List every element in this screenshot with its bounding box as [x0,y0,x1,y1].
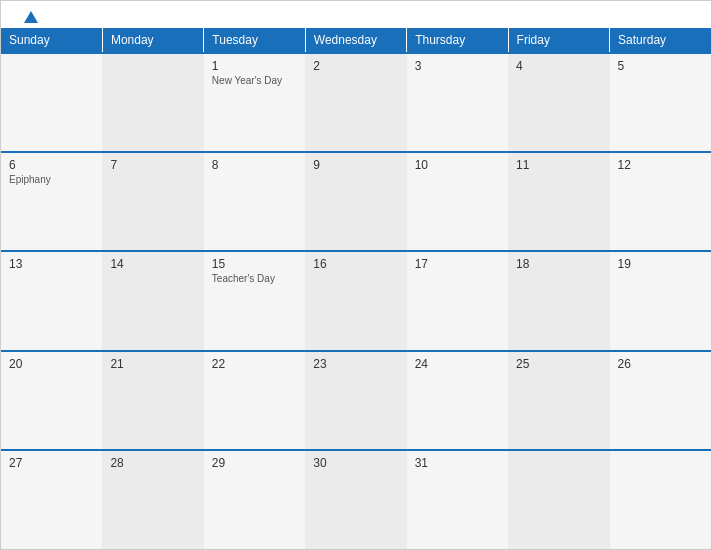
day-number: 17 [415,257,500,271]
day-number: 20 [9,357,94,371]
day-number: 31 [415,456,500,470]
day-number: 11 [516,158,601,172]
day-cell: 9 [305,152,406,251]
logo-triangle-icon [24,11,38,23]
day-cell: 4 [508,53,609,152]
day-number: 23 [313,357,398,371]
day-number: 26 [618,357,703,371]
day-cell [102,53,203,152]
day-cell: 6Epiphany [1,152,102,251]
calendar-header [1,1,711,28]
week-row-2: 6Epiphany789101112 [1,152,711,251]
day-number: 19 [618,257,703,271]
header-monday: Monday [102,28,203,53]
day-number: 27 [9,456,94,470]
day-number: 21 [110,357,195,371]
day-cell: 26 [610,351,711,450]
day-cell: 24 [407,351,508,450]
day-number: 10 [415,158,500,172]
day-cell: 7 [102,152,203,251]
event-label: Teacher's Day [212,273,297,284]
day-cell: 2 [305,53,406,152]
header-tuesday: Tuesday [204,28,305,53]
day-cell: 8 [204,152,305,251]
day-cell: 12 [610,152,711,251]
calendar-body: 1New Year's Day23456Epiphany789101112131… [1,53,711,549]
day-cell: 1New Year's Day [204,53,305,152]
calendar-table: Sunday Monday Tuesday Wednesday Thursday… [1,28,711,549]
day-number: 25 [516,357,601,371]
header-thursday: Thursday [407,28,508,53]
weekday-header-row: Sunday Monday Tuesday Wednesday Thursday… [1,28,711,53]
day-cell: 22 [204,351,305,450]
day-number: 12 [618,158,703,172]
header-saturday: Saturday [610,28,711,53]
day-number: 15 [212,257,297,271]
day-cell: 29 [204,450,305,549]
day-number: 13 [9,257,94,271]
day-number: 2 [313,59,398,73]
day-number: 29 [212,456,297,470]
day-cell: 5 [610,53,711,152]
day-number: 9 [313,158,398,172]
day-number: 4 [516,59,601,73]
day-cell: 21 [102,351,203,450]
day-cell: 27 [1,450,102,549]
day-cell: 15Teacher's Day [204,251,305,350]
day-cell: 16 [305,251,406,350]
day-cell: 13 [1,251,102,350]
day-cell [1,53,102,152]
day-cell [610,450,711,549]
day-cell: 10 [407,152,508,251]
day-cell: 17 [407,251,508,350]
day-number: 3 [415,59,500,73]
week-row-4: 20212223242526 [1,351,711,450]
calendar-container: Sunday Monday Tuesday Wednesday Thursday… [0,0,712,550]
week-row-1: 1New Year's Day2345 [1,53,711,152]
day-number: 7 [110,158,195,172]
event-label: Epiphany [9,174,94,185]
day-number: 16 [313,257,398,271]
day-number: 5 [618,59,703,73]
header-wednesday: Wednesday [305,28,406,53]
week-row-5: 2728293031 [1,450,711,549]
day-number: 14 [110,257,195,271]
day-cell: 20 [1,351,102,450]
day-number: 30 [313,456,398,470]
day-number: 1 [212,59,297,73]
day-cell [508,450,609,549]
week-row-3: 131415Teacher's Day16171819 [1,251,711,350]
header-friday: Friday [508,28,609,53]
day-number: 8 [212,158,297,172]
logo [21,11,38,23]
day-cell: 23 [305,351,406,450]
day-number: 22 [212,357,297,371]
day-cell: 30 [305,450,406,549]
event-label: New Year's Day [212,75,297,86]
day-cell: 31 [407,450,508,549]
day-cell: 28 [102,450,203,549]
day-number: 6 [9,158,94,172]
day-cell: 18 [508,251,609,350]
day-cell: 19 [610,251,711,350]
day-cell: 3 [407,53,508,152]
day-number: 28 [110,456,195,470]
day-cell: 25 [508,351,609,450]
day-cell: 11 [508,152,609,251]
day-number: 24 [415,357,500,371]
day-cell: 14 [102,251,203,350]
day-number: 18 [516,257,601,271]
header-sunday: Sunday [1,28,102,53]
